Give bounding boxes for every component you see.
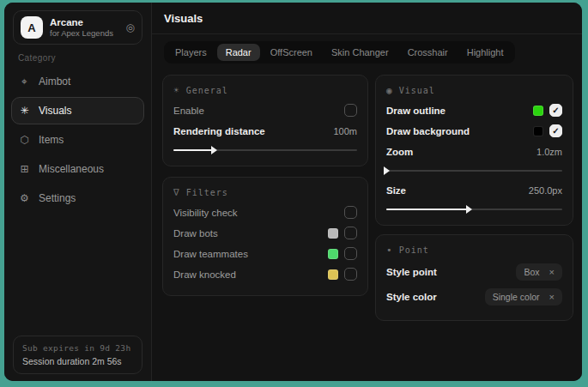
enable-label: Enable — [173, 106, 204, 116]
sidebar-item-items[interactable]: ⬡ Items — [11, 126, 144, 154]
draw-outline-checkbox[interactable]: ✓ — [549, 104, 562, 117]
draw-teammates-label: Draw teammates — [173, 249, 248, 259]
session-duration-text: Session duration 2m 56s — [22, 356, 133, 366]
settings-gear-icon: ⚙ — [18, 192, 31, 204]
tab-skin-changer[interactable]: Skin Changer — [323, 44, 397, 61]
zoom-row: Zoom 1.0zm — [386, 145, 562, 158]
slider-thumb[interactable] — [466, 205, 472, 214]
visual-card: ◉ Visual Draw outline ✓ Draw background — [375, 75, 573, 226]
filters-funnel-icon: ∇ — [173, 187, 180, 198]
visibility-check-checkbox[interactable] — [344, 206, 357, 219]
style-point-row: Style point Box × — [386, 263, 562, 281]
miscellaneous-grid-icon: ⊞ — [18, 163, 31, 175]
style-color-row: Style color Single color × — [386, 288, 562, 305]
close-icon[interactable]: × — [549, 268, 555, 277]
app-header-card: A Arcane for Apex Legends ◎ — [13, 10, 142, 45]
style-color-label: Style color — [386, 292, 437, 302]
filters-card-header: ∇ Filters — [173, 187, 357, 198]
rendering-distance-value: 100m — [333, 126, 357, 136]
draw-outline-row: Draw outline ✓ — [386, 104, 562, 117]
sidebar-item-miscellaneous[interactable]: ⊞ Miscellaneous — [11, 155, 144, 183]
slider-track — [386, 170, 562, 172]
size-label: Size — [386, 185, 406, 196]
main-header: Visuals — [152, 3, 582, 34]
sidebar-item-visuals[interactable]: ✳ Visuals — [11, 97, 144, 124]
draw-teammates-color-swatch[interactable] — [328, 249, 338, 259]
style-point-selected-value: Box — [524, 267, 539, 277]
draw-bots-row: Draw bots — [173, 227, 357, 239]
main-panel: Visuals Players Radar OffScreen Skin Cha… — [152, 3, 582, 381]
sidebar-item-label: Settings — [39, 192, 76, 204]
tab-highlight[interactable]: Highlight — [458, 44, 512, 61]
app-title-block: Arcane for Apex Legends — [50, 17, 113, 39]
sidebar: A Arcane for Apex Legends ◎ Category ⌖ A… — [4, 3, 152, 381]
draw-bots-checkbox[interactable] — [344, 227, 357, 239]
style-point-select[interactable]: Box × — [516, 263, 562, 281]
sidebar-item-label: Visuals — [39, 105, 71, 117]
tab-offscreen[interactable]: OffScreen — [262, 44, 321, 61]
sidebar-nav: ⌖ Aimbot ✳ Visuals ⬡ Items ⊞ Miscellaneo… — [4, 67, 151, 213]
zoom-slider[interactable] — [386, 166, 562, 176]
slider-thumb[interactable] — [211, 146, 217, 154]
check-icon: ✓ — [552, 106, 559, 115]
draw-bots-label: Draw bots — [173, 228, 218, 239]
style-point-label: Style point — [386, 267, 437, 277]
tab-players[interactable]: Players — [167, 44, 215, 61]
sidebar-item-label: Items — [39, 134, 64, 146]
draw-background-checkbox[interactable]: ✓ — [549, 124, 562, 137]
zoom-label: Zoom — [386, 147, 413, 157]
point-card-title: Point — [399, 245, 429, 255]
visibility-check-label: Visibility check — [173, 208, 238, 218]
filters-card: ∇ Filters Visibility check Draw bots — [162, 177, 368, 296]
general-card-title: General — [186, 86, 228, 95]
rendering-distance-label: Rendering distance — [173, 126, 265, 136]
draw-bots-color-swatch[interactable] — [328, 228, 338, 239]
draw-knocked-color-swatch[interactable] — [328, 269, 338, 280]
zoom-value: 1.0zm — [536, 147, 562, 157]
app-name: Arcane — [50, 17, 113, 28]
app-window: A Arcane for Apex Legends ◎ Category ⌖ A… — [4, 3, 582, 381]
right-column: ◉ Visual Draw outline ✓ Draw background — [375, 75, 573, 321]
size-row: Size 250.0px — [386, 184, 562, 197]
draw-background-label: Draw background — [386, 126, 470, 136]
visual-card-header: ◉ Visual — [386, 85, 562, 96]
app-logo: A — [21, 16, 43, 39]
slider-thumb[interactable] — [384, 166, 390, 175]
rendering-distance-slider[interactable] — [173, 145, 357, 155]
rendering-distance-row: Rendering distance 100m — [173, 124, 357, 137]
sidebar-item-settings[interactable]: ⚙ Settings — [11, 184, 144, 212]
general-sun-icon: ☀ — [173, 85, 180, 96]
slider-fill — [173, 149, 214, 151]
visuals-icon: ✳ — [18, 105, 31, 117]
draw-teammates-checkbox[interactable] — [344, 247, 357, 260]
size-slider[interactable] — [386, 204, 562, 215]
enable-row: Enable — [173, 104, 357, 117]
style-color-selected-value: Single color — [493, 292, 540, 302]
radar-settings-content: ☀ General Enable Rendering distance 100m — [152, 63, 582, 331]
enable-checkbox[interactable] — [344, 104, 357, 117]
point-dot-icon: • — [386, 245, 393, 256]
tab-crosshair[interactable]: Crosshair — [399, 44, 457, 61]
filters-card-title: Filters — [186, 188, 228, 197]
close-icon[interactable]: × — [549, 293, 555, 302]
target-icon[interactable]: ◎ — [126, 21, 135, 33]
point-card-header: • Point — [386, 245, 562, 256]
visual-eye-icon: ◉ — [386, 85, 393, 96]
items-cube-icon: ⬡ — [18, 134, 31, 146]
general-card: ☀ General Enable Rendering distance 100m — [162, 75, 368, 166]
aimbot-crosshair-icon: ⌖ — [18, 76, 31, 88]
general-card-header: ☀ General — [173, 85, 357, 96]
visuals-tab-bar: Players Radar OffScreen Skin Changer Cro… — [164, 41, 515, 63]
style-color-select[interactable]: Single color × — [485, 288, 562, 305]
draw-knocked-label: Draw knocked — [173, 269, 236, 280]
draw-knocked-checkbox[interactable] — [344, 268, 357, 281]
draw-background-row: Draw background ✓ — [386, 124, 562, 137]
draw-background-color-swatch[interactable] — [533, 126, 543, 136]
draw-outline-color-swatch[interactable] — [533, 106, 543, 116]
page-title: Visuals — [164, 12, 570, 25]
draw-teammates-row: Draw teammates — [173, 247, 357, 260]
draw-knocked-row: Draw knocked — [173, 268, 357, 281]
sidebar-item-aimbot[interactable]: ⌖ Aimbot — [11, 68, 144, 95]
left-column: ☀ General Enable Rendering distance 100m — [162, 75, 368, 296]
tab-radar[interactable]: Radar — [217, 44, 260, 61]
